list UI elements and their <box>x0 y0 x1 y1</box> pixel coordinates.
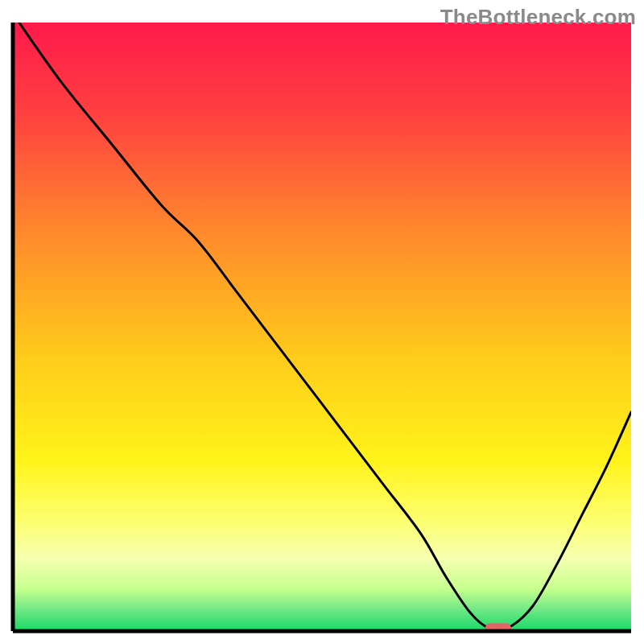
watermark-text: TheBottleneck.com <box>440 5 636 30</box>
chart-svg <box>0 0 644 644</box>
bottleneck-chart: TheBottleneck.com <box>0 0 644 644</box>
gradient-background <box>13 23 631 631</box>
